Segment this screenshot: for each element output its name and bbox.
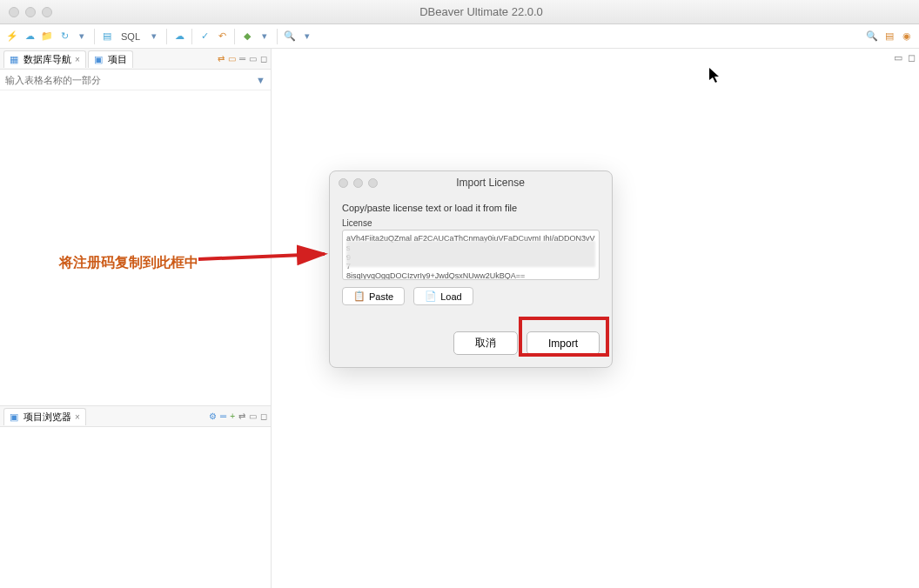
dialog-body: Copy/paste license text or load it from …: [330, 194, 612, 367]
folder-ctrl-icon[interactable]: ▭: [228, 54, 236, 63]
maximize-icon[interactable]: ◻: [260, 411, 267, 421]
button-label: Paste: [369, 291, 393, 302]
dropdown-icon[interactable]: ▾: [258, 30, 272, 43]
dialog-traffic: [339, 178, 378, 188]
plus-icon[interactable]: +: [230, 411, 235, 421]
separator: [234, 29, 235, 44]
maximize-icon[interactable]: ◻: [908, 52, 916, 63]
left-sidebar: ▦ 数据库导航 × ▣ 项目 ⇄ ▭ ═ ▭ ◻ ▼: [0, 49, 272, 588]
traffic-lights: [9, 7, 52, 17]
bottom-panel: ▣ 项目浏览器 × ⚙ ═ + ⇄ ▭ ◻: [0, 405, 271, 588]
tx-icon[interactable]: ◆: [240, 30, 254, 43]
annotation-text: 将注册码复制到此框中: [59, 254, 198, 272]
maximize-icon[interactable]: ◻: [260, 54, 267, 63]
license-line: 8isqIyvqOgqDOCIzvrIy9+JwdQsxNUww2UkBQA==: [346, 271, 595, 280]
search-icon[interactable]: 🔍: [865, 30, 879, 43]
dropdown-icon[interactable]: ▾: [147, 30, 161, 43]
tab-label: 项目: [108, 53, 127, 66]
separator: [166, 29, 167, 44]
tab-project-browser[interactable]: ▣ 项目浏览器 ×: [3, 408, 86, 425]
filter2-icon[interactable]: ▤: [882, 30, 896, 43]
folder-icon[interactable]: 📁: [40, 30, 54, 43]
collapse-icon[interactable]: ═: [239, 54, 245, 63]
commit-icon[interactable]: ✓: [198, 30, 211, 43]
cloud-icon[interactable]: ☁: [23, 30, 37, 43]
close-traffic[interactable]: [9, 7, 19, 17]
search-tb-icon[interactable]: 🔍: [283, 30, 297, 43]
cloud2-icon[interactable]: ☁: [172, 30, 186, 43]
avatar-icon[interactable]: ◉: [900, 30, 914, 43]
tab-label: 项目浏览器: [23, 411, 71, 424]
zoom-traffic[interactable]: [368, 178, 378, 188]
dialog-title: Import License: [378, 177, 603, 189]
dropdown-icon[interactable]: ▾: [300, 30, 314, 43]
close-icon[interactable]: ×: [75, 55, 80, 64]
minimize-icon[interactable]: ▭: [249, 411, 257, 421]
folder-icon: ▣: [94, 54, 104, 64]
license-textarea[interactable]: aVh4Fiita2uQZmal aF2CAUCaThCnmay0iuVFaDC…: [342, 230, 600, 280]
import-license-dialog: Import License Copy/paste license text o…: [329, 170, 613, 368]
cancel-button[interactable]: 取消: [453, 331, 518, 355]
sql-label[interactable]: SQL: [117, 31, 144, 42]
dialog-footer: 取消 Import: [342, 331, 600, 355]
filter-input[interactable]: [5, 75, 256, 85]
minimize-icon[interactable]: ▭: [894, 52, 902, 63]
link-icon[interactable]: ⇄: [238, 411, 245, 421]
project-panel-tabs: ▣ 项目浏览器 × ⚙ ═ + ⇄ ▭ ◻: [0, 406, 271, 427]
clipboard-icon: 📋: [353, 291, 366, 302]
close-traffic[interactable]: [339, 178, 348, 188]
annotation-arrow: [198, 242, 338, 277]
titlebar: DBeaver Ultimate 22.0.0: [0, 0, 919, 24]
panel-controls: ⇄ ▭ ═ ▭ ◻: [218, 54, 267, 63]
panel-controls: ⚙ ═ + ⇄ ▭ ◻: [209, 411, 267, 421]
zoom-traffic[interactable]: [42, 7, 52, 17]
import-button[interactable]: Import: [527, 331, 600, 355]
minimize-icon[interactable]: ▭: [249, 54, 257, 63]
load-button[interactable]: 📄 Load: [413, 287, 473, 305]
rollback-icon[interactable]: ↶: [215, 30, 229, 43]
project-tree[interactable]: [0, 427, 271, 588]
db-icon: ▦: [10, 54, 20, 64]
dialog-action-row: 📋 Paste 📄 Load: [342, 287, 600, 305]
license-label: License: [342, 218, 600, 228]
close-icon[interactable]: ×: [75, 412, 80, 422]
plug-icon[interactable]: ⚡: [5, 30, 19, 43]
main-toolbar: ⚡ ☁ 📁 ↻ ▾ ▤ SQL ▾ ☁ ✓ ↶ ◆ ▾ 🔍 ▾ 🔍 ▤ ◉: [0, 24, 919, 49]
collapse-icon[interactable]: ═: [220, 411, 226, 421]
dropdown-icon[interactable]: ▾: [75, 30, 89, 43]
tab-db-navigator[interactable]: ▦ 数据库导航 ×: [3, 50, 86, 68]
separator: [277, 29, 278, 44]
tab-projects[interactable]: ▣ 项目: [88, 50, 133, 68]
refresh-icon[interactable]: ↻: [57, 30, 71, 43]
separator: [94, 29, 95, 44]
paste-button[interactable]: 📋 Paste: [342, 287, 405, 305]
table-filter: ▼: [0, 70, 271, 90]
dialog-titlebar: Import License: [330, 171, 612, 194]
funnel-icon[interactable]: ▼: [256, 75, 265, 85]
project-icon: ▣: [10, 411, 20, 422]
separator: [191, 29, 192, 44]
redaction-overlay: [346, 241, 595, 267]
file-icon: 📄: [425, 291, 437, 302]
nav-panel-tabs: ▦ 数据库导航 × ▣ 项目 ⇄ ▭ ═ ▭ ◻: [0, 49, 271, 70]
minimize-traffic[interactable]: [353, 178, 363, 188]
svg-line-0: [198, 254, 325, 259]
editor-controls: ▭ ◻: [894, 52, 916, 63]
minimize-traffic[interactable]: [25, 7, 36, 17]
gear-icon[interactable]: ⚙: [209, 411, 217, 421]
sql-icon[interactable]: ▤: [100, 30, 114, 43]
tab-label: 数据库导航: [23, 53, 71, 66]
window-title: DBeaver Ultimate 22.0.0: [52, 5, 910, 18]
link-icon[interactable]: ⇄: [218, 54, 225, 63]
button-label: Load: [440, 291, 461, 302]
dialog-instruction: Copy/paste license text or load it from …: [342, 203, 600, 213]
